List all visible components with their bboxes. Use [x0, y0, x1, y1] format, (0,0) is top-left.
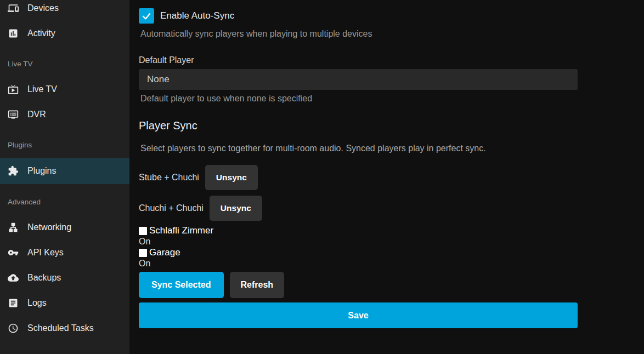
sidebar-item-label: Logs: [27, 298, 47, 308]
sync-actions-row: Sync Selected Refresh: [139, 272, 578, 298]
unchecked-checkbox-icon[interactable]: [139, 227, 147, 235]
backup-icon: [8, 272, 19, 283]
sidebar-item-label: Scheduled Tasks: [27, 323, 94, 333]
networking-icon: [8, 222, 19, 233]
sidebar-item-label: API Keys: [27, 248, 64, 258]
auto-sync-help-text: Automatically sync players when playing …: [139, 29, 578, 39]
unchecked-checkbox-icon[interactable]: [139, 249, 147, 257]
activity-icon: [8, 28, 19, 39]
sync-group-row: Chuchi + Chuchi Unsync: [139, 196, 578, 221]
refresh-button[interactable]: Refresh: [230, 272, 285, 298]
sidebar-item-api-keys[interactable]: API Keys: [0, 240, 129, 265]
main-content: Enable Auto-Sync Automatically sync play…: [129, 0, 644, 354]
enable-auto-sync-checkbox[interactable]: Enable Auto-Sync: [139, 8, 578, 24]
player-sync-description: Select players to sync together for mult…: [139, 144, 578, 153]
sidebar-item-devices[interactable]: Devices: [0, 0, 129, 21]
sidebar-item-label: Plugins: [27, 166, 56, 176]
sidebar-item-label: DVR: [27, 110, 46, 119]
save-button[interactable]: Save: [139, 302, 578, 328]
unsync-button[interactable]: Unsync: [210, 196, 262, 221]
default-player-label: Default Player: [139, 55, 578, 65]
player-name: Garage: [149, 247, 180, 258]
sidebar-item-live-tv[interactable]: Live TV: [0, 77, 129, 102]
devices-icon: [8, 3, 19, 14]
sidebar-section-advanced: Advanced: [0, 196, 129, 207]
default-player-value: None: [147, 74, 170, 85]
unsync-button[interactable]: Unsync: [205, 165, 258, 190]
sidebar-section-plugins: Plugins: [0, 139, 129, 150]
player-status: On: [139, 236, 578, 247]
sync-group-name: Stube + Chuchi: [139, 173, 199, 182]
player-list: Schlafli Zimmer On Garage On: [139, 225, 578, 269]
sidebar-item-label: Backups: [27, 273, 61, 283]
sidebar-item-label: Devices: [27, 3, 59, 13]
sync-group-row: Stube + Chuchi Unsync: [139, 165, 578, 190]
sidebar-section-live-tv: Live TV: [0, 58, 129, 69]
player-name: Schlafli Zimmer: [149, 225, 213, 236]
sidebar-item-activity[interactable]: Activity: [0, 21, 129, 46]
checked-checkbox-icon[interactable]: [139, 8, 154, 24]
player-sync-title: Player Sync: [139, 119, 578, 132]
sidebar: Devices Activity Live TV Live TV DVR Plu…: [0, 0, 129, 354]
sidebar-item-networking[interactable]: Networking: [0, 215, 129, 240]
default-player-help-text: Default player to use when none is speci…: [139, 94, 578, 104]
key-icon: [8, 247, 19, 258]
sidebar-nav: Devices Activity Live TV Live TV DVR Plu…: [0, 0, 129, 341]
sidebar-item-logs[interactable]: Logs: [0, 290, 129, 316]
player-checkbox-schlafli-zimmer[interactable]: Schlafli Zimmer: [139, 225, 578, 236]
sidebar-item-label: Networking: [27, 222, 71, 232]
player-checkbox-garage[interactable]: Garage: [139, 247, 578, 258]
sidebar-item-label: Live TV: [27, 84, 57, 94]
clock-icon: [8, 323, 19, 334]
check-icon: [142, 11, 151, 21]
live-tv-icon: [8, 84, 19, 95]
plugins-icon: [8, 165, 19, 176]
sync-group-name: Chuchi + Chuchi: [139, 203, 204, 213]
dvr-icon: [8, 109, 19, 120]
logs-icon: [8, 298, 19, 309]
sync-selected-button[interactable]: Sync Selected: [139, 272, 224, 298]
sidebar-item-plugins[interactable]: Plugins: [0, 158, 129, 184]
enable-auto-sync-label: Enable Auto-Sync: [160, 10, 234, 21]
sidebar-item-label: Activity: [27, 28, 55, 38]
sidebar-item-backups[interactable]: Backups: [0, 265, 129, 290]
default-player-select[interactable]: None: [139, 69, 578, 90]
sidebar-item-dvr[interactable]: DVR: [0, 102, 129, 127]
player-status: On: [139, 258, 578, 269]
sidebar-item-scheduled-tasks[interactable]: Scheduled Tasks: [0, 316, 129, 341]
